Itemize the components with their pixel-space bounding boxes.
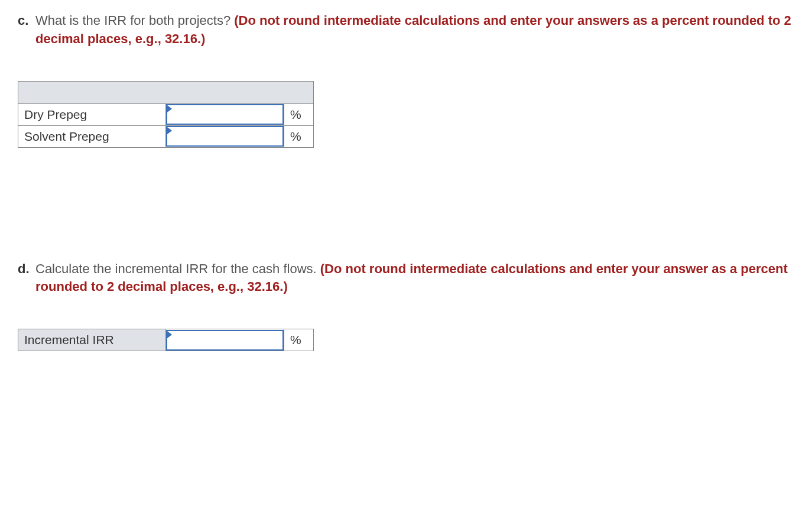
table-row: Solvent Prepeg % — [18, 125, 314, 147]
row-label-incremental-irr: Incremental IRR — [18, 329, 166, 351]
input-indicator-icon — [167, 331, 172, 338]
question-d-prompt: Calculate the incremental IRR for the ca… — [35, 261, 320, 276]
question-d-letter: d. — [18, 260, 30, 278]
question-c-prompt: What is the IRR for both projects? — [35, 13, 234, 28]
table-row: Incremental IRR % — [18, 329, 314, 351]
unit-label: % — [284, 125, 314, 147]
input-cell — [166, 329, 284, 351]
input-indicator-icon — [167, 127, 172, 134]
question-c: c. What is the IRR for both projects? (D… — [18, 12, 794, 148]
incremental-irr-input[interactable] — [166, 330, 284, 351]
input-cell — [166, 103, 284, 125]
input-indicator-icon — [167, 105, 172, 112]
row-label-solvent-prepeg: Solvent Prepeg — [18, 125, 166, 147]
question-d: d. Calculate the incremental IRR for the… — [18, 260, 794, 352]
table-header-blank — [18, 81, 314, 103]
dry-prepeg-input[interactable] — [166, 104, 284, 125]
unit-label: % — [284, 329, 314, 351]
question-c-table: Dry Prepeg % Solvent Prepeg % — [18, 81, 314, 148]
unit-label: % — [284, 103, 314, 125]
question-d-text: d. Calculate the incremental IRR for the… — [18, 260, 794, 297]
question-c-text: c. What is the IRR for both projects? (D… — [18, 12, 794, 48]
question-c-letter: c. — [18, 12, 28, 30]
question-d-table: Incremental IRR % — [18, 329, 314, 351]
solvent-prepeg-input[interactable] — [166, 126, 284, 147]
row-label-dry-prepeg: Dry Prepeg — [18, 103, 166, 125]
table-row: Dry Prepeg % — [18, 103, 314, 125]
input-cell — [166, 125, 284, 147]
